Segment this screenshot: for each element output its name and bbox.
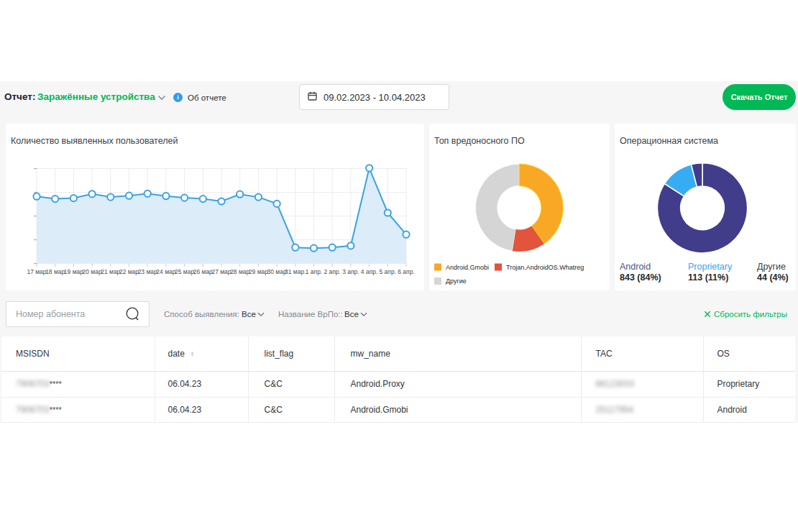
svg-text:26 мар: 26 мар [193,268,213,275]
svg-text:24 мар: 24 мар [156,268,175,275]
svg-text:17 мар: 17 мар [27,268,46,275]
svg-text:Trojan.AndroidOS.Whatreg: Trojan.AndroidOS.Whatreg [506,264,584,271]
svg-text:22 мар: 22 мар [119,268,139,275]
svg-text:27 мар: 27 мар [211,268,231,275]
svg-text:1 апр.: 1 апр. [306,268,323,275]
svg-text:3 апр.: 3 апр. [342,268,359,275]
svg-text:18 мар: 18 мар [45,268,65,275]
svg-text:28 мар: 28 мар [230,268,249,275]
svg-text:25 мар: 25 мар [175,268,194,275]
svg-text:23 мар: 23 мар [138,268,157,275]
svg-text:21 мар: 21 мар [101,268,120,275]
svg-text:31 мар.: 31 мар. [285,268,306,275]
svg-text:Android.Gmobi: Android.Gmobi [446,264,489,271]
svg-text:29 мар: 29 мар [249,268,268,275]
svg-text:2 апр.: 2 апр. [324,268,341,275]
svg-text:6 апр.: 6 апр. [398,268,415,275]
svg-text:20 мар: 20 мар [83,268,102,275]
svg-text:5 апр.: 5 апр. [380,268,397,275]
svg-text:4 апр.: 4 апр. [361,268,378,275]
svg-text:19 мар: 19 мар [64,268,83,275]
svg-text:Другие: Другие [446,278,467,285]
svg-text:30 мар: 30 мар [267,268,287,275]
